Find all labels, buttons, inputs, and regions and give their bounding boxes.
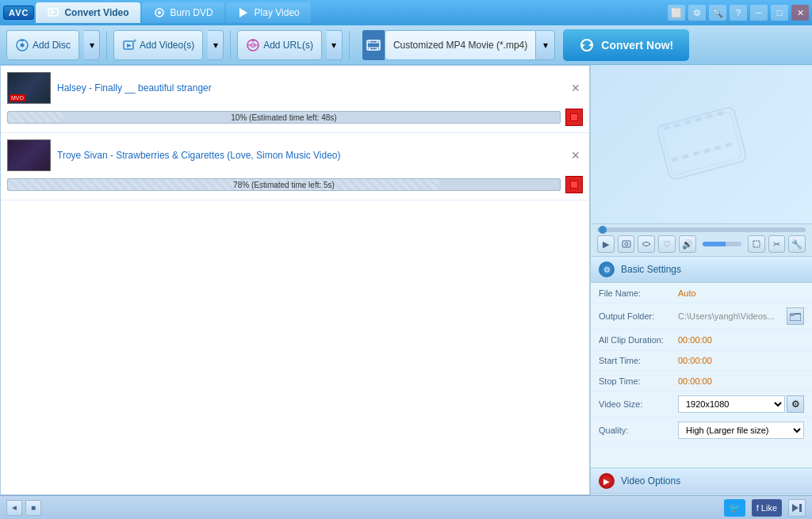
format-select[interactable]: Customized MP4 Movie (*.mp4) (385, 30, 536, 60)
add-disc-button[interactable]: + Add Disc (6, 30, 79, 60)
prev-nav-button[interactable]: ◄ (6, 500, 22, 516)
stop-nav-button[interactable]: ■ (25, 500, 41, 516)
format-dropdown[interactable]: ▾ (536, 30, 555, 60)
stop-icon-1 (570, 113, 578, 121)
video-item-1-header: MVO Halsey - Finally __ beautiful strang… (7, 72, 583, 104)
tab-burn[interactable]: Burn DVD (142, 2, 224, 23)
svg-marker-22 (581, 44, 585, 48)
video-size-select-row: 1920x1080 ⚙ (678, 395, 804, 413)
video-size-gear-button[interactable]: ⚙ (787, 395, 804, 413)
quality-select[interactable]: High (Larger file size) (678, 422, 804, 439)
volume-button[interactable]: 🔊 (679, 235, 696, 253)
control-buttons: ▶ ♡ 🔊 ✂ 🔧 (597, 235, 806, 253)
facebook-button[interactable]: f Like (752, 499, 782, 517)
add-disc-dropdown[interactable]: ▾ (84, 30, 100, 60)
cut-button[interactable]: ✂ (768, 235, 786, 253)
settings-panel: ⚙ Basic Settings File Name: Auto Output … (591, 257, 812, 495)
quality-select-row: High (Larger file size) (678, 422, 804, 439)
svg-text:+: + (133, 38, 136, 44)
svg-rect-36 (725, 142, 732, 147)
stop-time-label: Stop Time: (599, 376, 678, 386)
video-size-row: Video Size: 1920x1080 ⚙ (591, 391, 812, 418)
svg-text:+: + (251, 38, 255, 44)
flip-button[interactable] (638, 235, 655, 253)
video-title-2: Troye Sivan - Strawberries & Cigarettes … (57, 150, 562, 161)
svg-rect-30 (716, 110, 723, 116)
close-icon[interactable]: ✕ (791, 5, 809, 21)
play-button[interactable]: ▶ (597, 235, 615, 253)
crop-button[interactable] (748, 235, 765, 253)
film-reel-icon (646, 100, 757, 189)
remove-video-2-button[interactable]: ✕ (569, 148, 583, 162)
maximize-icon[interactable]: □ (771, 5, 788, 21)
video-options-label: Video Options (621, 475, 680, 487)
file-name-row: File Name: Auto (591, 283, 812, 303)
svg-marker-9 (127, 44, 132, 48)
stop-button-2[interactable] (565, 176, 583, 193)
seek-bar[interactable] (597, 227, 806, 232)
add-url-button[interactable]: + Add URL(s) (237, 30, 322, 60)
settings-button[interactable]: 🔧 (788, 235, 806, 253)
add-url-dropdown[interactable]: ▾ (327, 30, 343, 60)
tab-convert[interactable]: Convert Video (36, 2, 140, 23)
svg-marker-4 (239, 8, 247, 17)
svg-rect-37 (622, 241, 630, 247)
browse-folder-button[interactable] (787, 307, 804, 325)
svg-rect-35 (714, 145, 721, 151)
all-clip-duration-value: 00:00:00 (678, 335, 712, 345)
svg-rect-34 (703, 147, 710, 153)
seek-handle[interactable] (599, 226, 607, 234)
titlebar: AVC Convert Video Burn DVD Play Video ⬜ … (0, 0, 812, 25)
monitor-icon[interactable]: ⬜ (668, 5, 685, 21)
tab-play[interactable]: Play Video (226, 2, 311, 23)
add-video-dropdown[interactable]: ▾ (208, 30, 224, 60)
minimize-icon[interactable]: ─ (750, 5, 768, 21)
video-item-1: MVO Halsey - Finally __ beautiful strang… (1, 66, 589, 133)
svg-rect-33 (692, 151, 699, 156)
progress-fill-2 (8, 179, 439, 190)
output-folder-label: Output Folder: (599, 311, 678, 321)
preview-area (591, 65, 812, 223)
audio-options-section[interactable]: ♪ Audio Options (591, 494, 812, 495)
video-title-1: Halsey - Finally __ beautiful stranger (57, 82, 562, 93)
play-tab-icon (237, 6, 250, 19)
video-options-section[interactable]: ▶ Video Options (591, 467, 812, 494)
convert-button[interactable]: Convert Now! (563, 29, 689, 61)
settings-spacer (591, 444, 812, 467)
search-icon[interactable]: 🔍 (709, 5, 726, 21)
help-icon[interactable]: ? (730, 5, 747, 21)
video-size-select[interactable]: 1920x1080 (678, 395, 785, 413)
svg-rect-18 (377, 40, 378, 42)
svg-text:+: + (21, 38, 25, 44)
next-nav-button[interactable] (788, 499, 806, 517)
add-video-label: Add Video(s) (140, 40, 194, 51)
tab-burn-label: Burn DVD (170, 7, 213, 18)
svg-rect-32 (682, 153, 689, 158)
svg-rect-29 (705, 113, 712, 119)
settings-header-icon: ⚙ (599, 261, 615, 277)
start-time-label: Start Time: (599, 356, 678, 365)
heart-button[interactable]: ♡ (658, 235, 676, 253)
progress-fill-1 (8, 112, 63, 123)
stop-button-1[interactable] (565, 109, 583, 126)
add-url-icon: + (246, 38, 260, 52)
video-item-2-header: Troye Sivan - Strawberries & Cigarettes … (7, 139, 583, 171)
video-thumb-2 (7, 139, 51, 171)
video-list: MVO Halsey - Finally __ beautiful strang… (0, 65, 590, 495)
twitter-button[interactable]: 🐦 (724, 499, 745, 517)
add-video-button[interactable]: + Add Video(s) (113, 30, 203, 60)
remove-video-1-button[interactable]: ✕ (569, 81, 583, 95)
volume-slider[interactable] (703, 242, 741, 246)
gear-icon[interactable]: ⚙ (688, 5, 706, 21)
video-progress-row-2: 78% (Estimated time left: 5s) (7, 176, 583, 193)
progress-text-2: 78% (Estimated time left: 5s) (233, 181, 335, 189)
start-time-row: Start Time: 00:00:00 (591, 350, 812, 371)
progress-bar-2: 78% (Estimated time left: 5s) (7, 178, 561, 191)
progress-bar-1: 10% (Estimated time left: 48s) (7, 111, 561, 124)
output-folder-input-row: C:\Users\yangh\Videos... (678, 307, 804, 325)
thumb-troye-content (8, 140, 50, 170)
svg-rect-20 (377, 48, 378, 49)
stop-icon-2 (570, 181, 578, 189)
screenshot-button[interactable] (618, 235, 635, 253)
svg-rect-39 (753, 241, 760, 247)
